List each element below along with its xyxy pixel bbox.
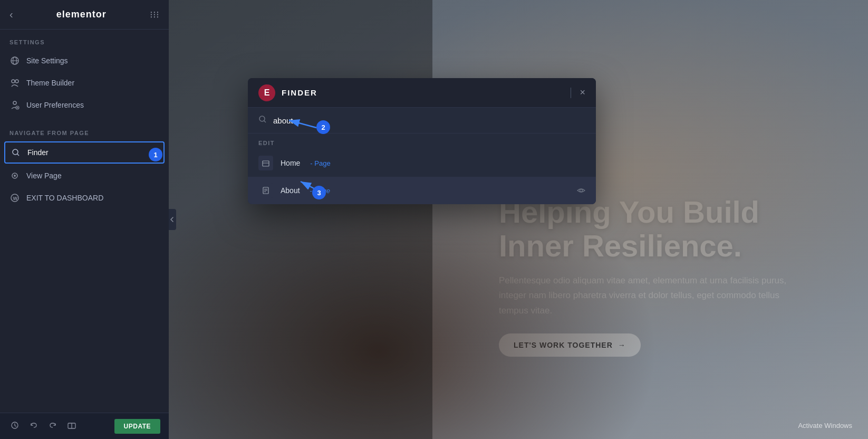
finder-edit-section-label: EDIT [248, 133, 596, 149]
grid-icon[interactable]: ⁝⁝⁝ [150, 9, 159, 21]
toolbar-undo-icon[interactable] [27, 419, 40, 434]
finder-result-about[interactable]: About - Page [248, 177, 596, 204]
eye-icon[interactable] [577, 186, 585, 195]
sidebar-item-site-settings[interactable]: Site Settings [0, 50, 169, 72]
svg-point-4 [15, 80, 18, 83]
sidebar-back-button[interactable]: ‹ [9, 8, 13, 21]
toolbar-redo-icon[interactable] [46, 419, 59, 434]
finder-search-row [248, 108, 596, 133]
finder-header: E FINDER × [248, 78, 596, 108]
annotation-badge-3: 3 [312, 186, 326, 199]
toolbar-history-icon[interactable] [8, 419, 21, 434]
sidebar-item-finder[interactable]: Finder [4, 141, 165, 164]
finder-result-home[interactable]: Home - Page [248, 149, 596, 177]
finder-logo-letter: E [264, 88, 270, 98]
sidebar: ‹ elementor ⁝⁝⁝ SETTINGS Site Settings T… [0, 0, 169, 439]
svg-text:W: W [13, 196, 18, 201]
toolbar-responsive-icon[interactable] [65, 419, 78, 434]
finder-result-home-icon [258, 156, 273, 170]
finder-label: Finder [27, 148, 49, 157]
svg-point-12 [14, 175, 16, 177]
theme-builder-icon [9, 78, 20, 88]
finder-modal: E FINDER × EDIT Home - Page [248, 78, 596, 204]
view-page-label: View Page [26, 171, 62, 180]
sidebar-item-user-preferences[interactable]: User Preferences [0, 94, 169, 116]
sidebar-logo: elementor [13, 9, 150, 20]
finder-result-home-type: - Page [310, 159, 330, 167]
sidebar-item-exit-dashboard[interactable]: W EXIT TO DASHBOARD [0, 187, 169, 209]
svg-point-26 [580, 189, 583, 192]
finder-logo: E [258, 84, 275, 101]
finder-header-divider [571, 88, 571, 98]
theme-builder-label: Theme Builder [26, 79, 74, 87]
svg-line-10 [17, 154, 20, 156]
exit-dashboard-label: EXIT TO DASHBOARD [26, 194, 103, 202]
hero-left-dim [169, 0, 432, 439]
sidebar-item-view-page[interactable]: View Page [0, 165, 169, 187]
settings-section-label: SETTINGS [0, 30, 169, 50]
finder-close-button[interactable]: × [580, 87, 585, 98]
user-preferences-label: User Preferences [26, 101, 84, 109]
navigate-section-label: NAVIGATE FROM PAGE [0, 120, 169, 140]
sidebar-item-theme-builder[interactable]: Theme Builder [0, 72, 169, 94]
svg-line-19 [264, 121, 266, 123]
navigate-section: NAVIGATE FROM PAGE Finder View Page [0, 116, 169, 209]
user-preferences-icon [9, 100, 20, 110]
update-button[interactable]: UPDATE [114, 419, 160, 434]
view-page-icon [9, 170, 20, 181]
sidebar-header: ‹ elementor ⁝⁝⁝ [0, 0, 169, 30]
finder-title: FINDER [282, 88, 571, 97]
finder-result-about-icon [258, 183, 273, 198]
site-settings-label: Site Settings [26, 56, 68, 65]
annotation-badge-1: 1 [149, 148, 162, 161]
finder-result-home-name: Home [281, 159, 300, 167]
svg-point-5 [13, 101, 16, 104]
svg-rect-20 [263, 161, 269, 166]
site-settings-icon [9, 55, 20, 66]
wordpress-icon: W [9, 193, 20, 203]
sidebar-collapse-toggle[interactable] [169, 209, 176, 230]
svg-point-3 [12, 80, 15, 83]
finder-icon [11, 147, 21, 158]
sidebar-bottom-toolbar: UPDATE [0, 413, 169, 439]
finder-search-icon [258, 115, 267, 126]
annotation-badge-2: 2 [316, 120, 330, 134]
activate-windows-watermark: Activate Windows [798, 422, 852, 430]
finder-result-about-name: About [281, 186, 300, 195]
